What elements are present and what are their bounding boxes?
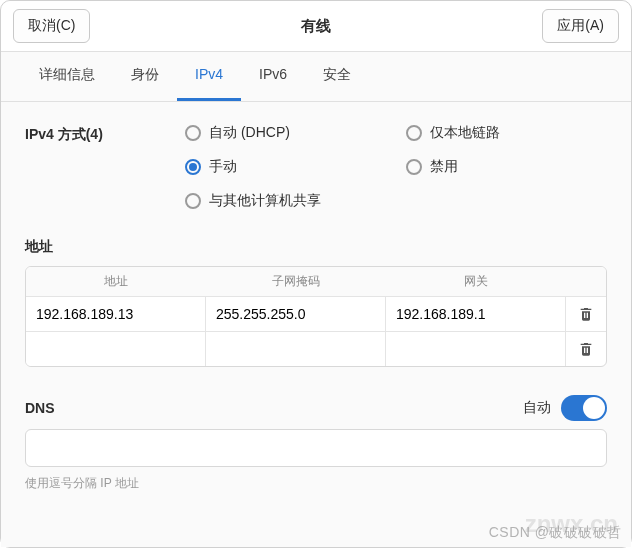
dns-header: DNS 自动 bbox=[25, 395, 607, 421]
tab-ipv6[interactable]: IPv6 bbox=[241, 52, 305, 101]
dns-input[interactable] bbox=[25, 429, 607, 467]
dns-section: DNS 自动 使用逗号分隔 IP 地址 bbox=[25, 395, 607, 492]
addresses-header-row: 地址 子网掩码 网关 bbox=[26, 267, 606, 296]
method-disabled[interactable]: 禁用 bbox=[406, 158, 607, 176]
method-auto-label: 自动 (DHCP) bbox=[209, 124, 290, 142]
dns-auto-group: 自动 bbox=[523, 395, 607, 421]
gateway-input[interactable] bbox=[386, 332, 566, 366]
tab-identity[interactable]: 身份 bbox=[113, 52, 177, 101]
method-link-local-label: 仅本地链路 bbox=[430, 124, 500, 142]
tab-details[interactable]: 详细信息 bbox=[21, 52, 113, 101]
address-row bbox=[26, 331, 606, 366]
address-input[interactable] bbox=[26, 332, 206, 366]
radio-icon bbox=[185, 125, 201, 141]
radio-icon bbox=[185, 193, 201, 209]
netmask-input[interactable] bbox=[206, 297, 386, 331]
trash-icon bbox=[578, 341, 594, 357]
tab-content: IPv4 方式(4) 自动 (DHCP) 仅本地链路 手动 禁用 bbox=[1, 102, 631, 547]
dns-label: DNS bbox=[25, 400, 55, 416]
method-shared[interactable]: 与其他计算机共享 bbox=[185, 192, 607, 210]
dns-auto-label: 自动 bbox=[523, 399, 551, 417]
delete-row-button[interactable] bbox=[566, 332, 606, 366]
method-auto[interactable]: 自动 (DHCP) bbox=[185, 124, 386, 142]
tabs-bar: 详细信息 身份 IPv4 IPv6 安全 bbox=[1, 52, 631, 102]
radio-icon bbox=[185, 159, 201, 175]
ipv4-method-options: 自动 (DHCP) 仅本地链路 手动 禁用 与其他计算机共享 bbox=[185, 124, 607, 210]
gateway-input[interactable] bbox=[386, 297, 566, 331]
tab-security[interactable]: 安全 bbox=[305, 52, 369, 101]
address-row bbox=[26, 296, 606, 331]
addresses-table: 地址 子网掩码 网关 bbox=[25, 266, 607, 367]
method-shared-label: 与其他计算机共享 bbox=[209, 192, 321, 210]
netmask-input[interactable] bbox=[206, 332, 386, 366]
radio-icon bbox=[406, 159, 422, 175]
delete-row-button[interactable] bbox=[566, 297, 606, 331]
radio-icon bbox=[406, 125, 422, 141]
trash-icon bbox=[578, 306, 594, 322]
ipv4-method-label: IPv4 方式(4) bbox=[25, 124, 185, 144]
ipv4-method-row: IPv4 方式(4) 自动 (DHCP) 仅本地链路 手动 禁用 bbox=[25, 124, 607, 210]
col-address: 地址 bbox=[26, 273, 206, 290]
method-manual[interactable]: 手动 bbox=[185, 158, 386, 176]
dialog-header: 取消(C) 有线 应用(A) bbox=[1, 1, 631, 52]
dialog-title: 有线 bbox=[301, 17, 331, 36]
method-manual-label: 手动 bbox=[209, 158, 237, 176]
cancel-button[interactable]: 取消(C) bbox=[13, 9, 90, 43]
address-input[interactable] bbox=[26, 297, 206, 331]
tab-ipv4[interactable]: IPv4 bbox=[177, 52, 241, 101]
apply-button[interactable]: 应用(A) bbox=[542, 9, 619, 43]
addresses-title: 地址 bbox=[25, 238, 607, 256]
col-netmask: 子网掩码 bbox=[206, 273, 386, 290]
col-gateway: 网关 bbox=[386, 273, 566, 290]
network-settings-dialog: 取消(C) 有线 应用(A) 详细信息 身份 IPv4 IPv6 安全 IPv4… bbox=[0, 0, 632, 548]
method-disabled-label: 禁用 bbox=[430, 158, 458, 176]
method-link-local[interactable]: 仅本地链路 bbox=[406, 124, 607, 142]
dns-auto-switch[interactable] bbox=[561, 395, 607, 421]
dns-hint: 使用逗号分隔 IP 地址 bbox=[25, 475, 607, 492]
